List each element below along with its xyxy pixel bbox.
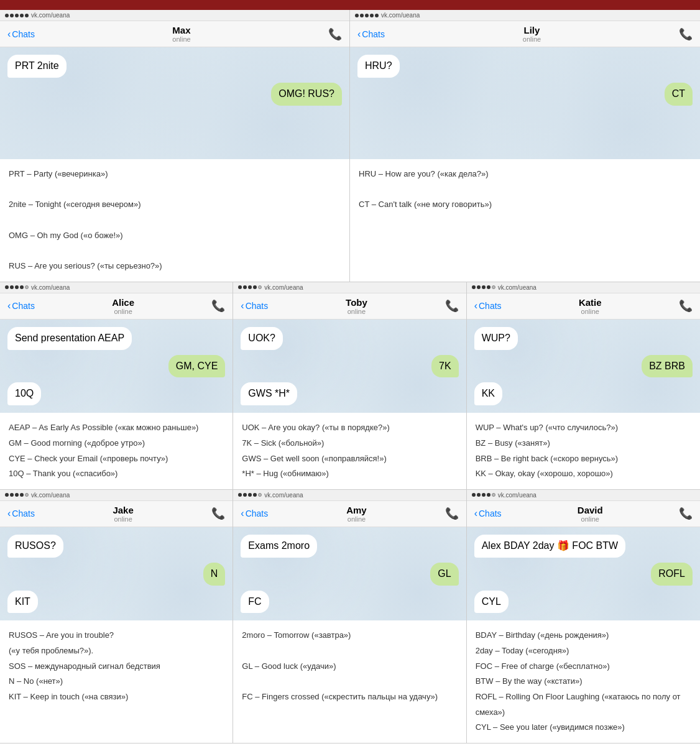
chevron-left-icon: ‹ (474, 300, 477, 311)
top-row: vk.com/ueana‹ChatsMaxonline📞PRT 2niteOMG… (0, 10, 700, 282)
contact-name-group: Aliceonline (112, 297, 134, 315)
phone-icon[interactable]: 📞 (679, 299, 693, 313)
signal-dot-1 (360, 14, 364, 17)
contact-name: Toby (346, 297, 367, 308)
phone-icon[interactable]: 📞 (679, 27, 693, 41)
phone-icon[interactable]: 📞 (211, 299, 225, 313)
back-button[interactable]: ‹Chats (241, 300, 268, 311)
chevron-left-icon: ‹ (241, 508, 244, 519)
contact-name-group: Lilyonline (523, 25, 541, 43)
signal-dot-1 (243, 285, 247, 289)
back-label: Chats (479, 301, 502, 311)
contact-name: Alice (112, 297, 134, 308)
signal-dot-0 (472, 285, 476, 289)
message-bubble-2: KK (474, 382, 502, 405)
contact-name: Katie (579, 297, 602, 308)
signal-dot-4 (492, 285, 495, 289)
online-status: online (113, 515, 133, 523)
message-bubble-0: RUSOS? (7, 535, 63, 558)
signal-dot-3 (20, 14, 24, 17)
signal-dot-3 (370, 14, 374, 17)
chevron-left-icon: ‹ (7, 300, 11, 311)
phone-icon[interactable]: 📞 (211, 507, 225, 520)
signal-dot-1 (10, 14, 14, 17)
chat-panel-toby: vk.com/ueana‹ChatsTobyonline📞UOK?7KGWS *… (233, 282, 466, 489)
signal-dot-4 (375, 14, 379, 17)
back-button[interactable]: ‹Chats (474, 300, 502, 311)
phone-icon[interactable]: 📞 (328, 27, 342, 41)
chat-panel-amy: vk.com/ueana‹ChatsAmyonline📞Exams 2moroG… (233, 490, 466, 743)
contact-name: David (578, 505, 603, 515)
chat-area: UOK?7KGWS *H* (233, 320, 466, 413)
signal-dot-4 (25, 493, 29, 497)
definitions: PRT – Party («вечеринка»)2nite – Tonight… (0, 159, 349, 282)
message-bubble-0: Alex BDAY 2day 🎁 FOC BTW (474, 535, 625, 558)
chat-header: ‹ChatsTobyonline📞 (233, 293, 466, 320)
online-status: online (579, 308, 602, 315)
message-bubble-0: PRT 2nite (7, 55, 67, 78)
message-bubble-2: KIT (7, 591, 38, 614)
message-bubble-2: 10Q (7, 382, 41, 405)
signal-dot-2 (365, 14, 369, 17)
signal-dot-2 (15, 493, 19, 497)
back-button[interactable]: ‹Chats (7, 300, 35, 311)
vk-url: vk.com/ueana (498, 492, 537, 499)
contact-name-group: Jakeonline (113, 505, 133, 523)
chevron-left-icon: ‹ (474, 508, 477, 519)
back-label: Chats (12, 29, 35, 39)
chat-header: ‹ChatsMaxonline📞 (0, 21, 349, 47)
chat-area: Alex BDAY 2day 🎁 FOC BTWROFLCYL (467, 527, 700, 620)
chat-area: PRT 2niteOMG! RUS? (0, 47, 349, 159)
signal-dot-2 (15, 285, 19, 289)
vk-url: vk.com/ueana (31, 492, 70, 499)
online-status: online (346, 515, 367, 523)
status-bar: vk.com/ueana (467, 490, 700, 501)
chat-panel-katie: vk.com/ueana‹ChatsKatieonline📞WUP?BZ BRB… (467, 282, 700, 489)
signal-dot-0 (238, 285, 242, 289)
signal-dot-1 (477, 493, 481, 497)
message-bubble-2: FC (241, 591, 269, 614)
signal-dot-3 (487, 285, 490, 289)
message-bubble-1: BZ BRB (642, 355, 693, 378)
back-label: Chats (12, 509, 35, 518)
back-button[interactable]: ‹Chats (241, 508, 268, 519)
chat-panel-max: vk.com/ueana‹ChatsMaxonline📞PRT 2niteOMG… (0, 10, 350, 282)
signal-dot-3 (487, 493, 490, 497)
signal-dot-1 (10, 285, 14, 289)
signal-dot-2 (482, 493, 486, 497)
chat-area: HRU?CT (350, 47, 700, 159)
phone-icon[interactable]: 📞 (679, 507, 693, 520)
signal-dot-2 (482, 285, 486, 289)
contact-name: Lily (523, 25, 541, 35)
signal-dot-0 (5, 493, 9, 497)
definitions: RUSOS – Are you in trouble?(«у тебя проб… (0, 620, 233, 712)
phone-icon[interactable]: 📞 (445, 507, 459, 520)
signal-dot-1 (10, 493, 14, 497)
signal-dot-0 (238, 493, 242, 497)
contact-name-group: Tobyonline (346, 297, 367, 315)
chat-panel-david: vk.com/ueana‹ChatsDavidonline📞Alex BDAY … (467, 490, 700, 743)
message-bubble-0: Send presentation AEAP (7, 327, 132, 350)
chat-header: ‹ChatsAliceonline📞 (0, 293, 233, 320)
status-bar: vk.com/ueana (467, 282, 700, 293)
contact-name-group: Amyonline (346, 505, 367, 523)
chat-header: ‹ChatsAmyonline📞 (233, 501, 466, 527)
chat-header: ‹ChatsLilyonline📞 (350, 21, 700, 47)
message-bubble-2: GWS *H* (241, 382, 297, 405)
message-bubble-1: GL (430, 563, 458, 586)
online-status: online (172, 35, 190, 43)
phone-icon[interactable]: 📞 (445, 299, 459, 313)
signal-dot-0 (355, 14, 359, 17)
back-button[interactable]: ‹Chats (7, 29, 35, 40)
chat-area: RUSOS?NKIT (0, 527, 233, 620)
back-button[interactable]: ‹Chats (357, 29, 385, 40)
message-bubble-0: HRU? (357, 55, 400, 78)
back-button[interactable]: ‹Chats (474, 508, 502, 519)
chat-panel-alice: vk.com/ueana‹ChatsAliceonline📞Send prese… (0, 282, 233, 489)
chat-panel-lily: vk.com/ueana‹ChatsLilyonline📞HRU?CTHRU –… (350, 10, 700, 282)
vk-url: vk.com/ueana (264, 492, 303, 499)
back-button[interactable]: ‹Chats (7, 508, 35, 519)
message-bubble-1: N (203, 563, 226, 586)
top-banner (0, 0, 700, 10)
online-status: online (112, 308, 134, 315)
